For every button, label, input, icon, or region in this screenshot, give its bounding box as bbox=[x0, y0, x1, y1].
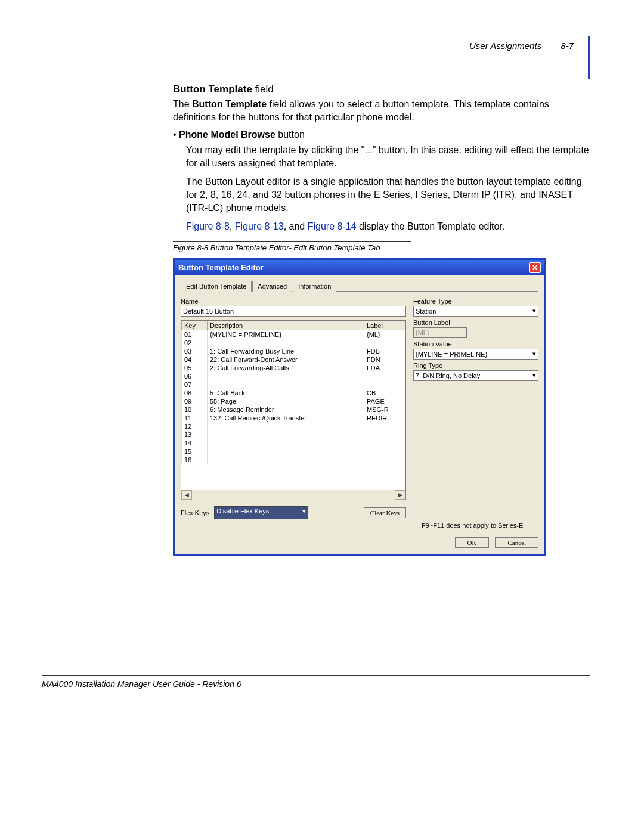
name-label: Name bbox=[181, 298, 406, 305]
cell-description: 55: Page bbox=[208, 397, 364, 405]
cell-label: {ML} bbox=[364, 330, 405, 339]
cell-label: FDN bbox=[364, 355, 405, 364]
cell-label bbox=[364, 380, 405, 389]
station-value-select[interactable]: {MYLINE = PRIMELINE}▾ bbox=[413, 349, 538, 360]
cancel-button[interactable]: Cancel bbox=[495, 537, 538, 548]
ring-type-label: Ring Type bbox=[413, 362, 538, 369]
cell-label bbox=[364, 431, 405, 439]
figure-rule bbox=[173, 241, 411, 242]
table-row[interactable]: 052: Call Forwarding-All CallsFDA bbox=[182, 364, 405, 372]
cell-key: 01 bbox=[182, 330, 208, 339]
table-row[interactable]: 16 bbox=[182, 456, 405, 464]
series-e-note: F9~F11 does not apply to Series-E bbox=[422, 522, 538, 529]
cell-description bbox=[208, 422, 364, 431]
table-row[interactable]: 15 bbox=[182, 447, 405, 456]
cell-label: PAGE bbox=[364, 397, 405, 405]
cell-description bbox=[208, 339, 364, 347]
table-row[interactable]: 02 bbox=[182, 339, 405, 347]
tab-advanced[interactable]: Advanced bbox=[252, 281, 292, 292]
cell-description: 5: Call Back bbox=[208, 389, 364, 397]
cell-label: REDIR bbox=[364, 414, 405, 422]
col-key[interactable]: Key bbox=[182, 321, 208, 330]
button-label-input[interactable] bbox=[413, 327, 467, 338]
tab-information[interactable]: Information bbox=[293, 281, 336, 292]
table-row[interactable]: 07 bbox=[182, 380, 405, 389]
cell-key: 11 bbox=[182, 414, 208, 422]
page-header: User Assignments 8-7 bbox=[469, 36, 590, 79]
cell-key: 06 bbox=[182, 372, 208, 380]
table-row[interactable]: 01{MYLINE = PRIMELINE}{ML} bbox=[182, 330, 405, 339]
table-row[interactable]: 085: Call BackCB bbox=[182, 389, 405, 397]
cell-key: 04 bbox=[182, 355, 208, 364]
cell-description bbox=[208, 456, 364, 464]
tab-edit-button-template[interactable]: Edit Button Template bbox=[181, 281, 252, 292]
col-label[interactable]: Label bbox=[364, 321, 405, 330]
ring-type-select[interactable]: 7: D/N Ring, No Delay▾ bbox=[413, 370, 538, 381]
cell-key: 07 bbox=[182, 380, 208, 389]
cell-label bbox=[364, 339, 405, 347]
cell-description: 22: Call Forward-Dont Answer bbox=[208, 355, 364, 364]
figure-caption: Figure 8-8 Button Template Editor- Edit … bbox=[173, 243, 590, 252]
cell-description bbox=[208, 431, 364, 439]
dialog-tabs: Edit Button Template Advanced Informatio… bbox=[181, 280, 538, 292]
flex-keys-select[interactable]: Disable Flex Keys ▾ bbox=[214, 506, 308, 519]
table-row[interactable]: 06 bbox=[182, 372, 405, 380]
cell-description: 6: Message Reminder bbox=[208, 405, 364, 414]
table-row[interactable]: 14 bbox=[182, 439, 405, 447]
cell-label: CB bbox=[364, 389, 405, 397]
table-row[interactable]: 031: Call Forwarding-Busy LineFDB bbox=[182, 347, 405, 355]
cell-key: 12 bbox=[182, 422, 208, 431]
cell-label bbox=[364, 422, 405, 431]
cell-label: FDA bbox=[364, 364, 405, 372]
ok-button[interactable]: OK bbox=[455, 537, 490, 548]
cell-label: MSG-R bbox=[364, 405, 405, 414]
keys-table[interactable]: Key Description Label 01{MYLINE = PRIMEL… bbox=[181, 320, 406, 500]
header-section: User Assignments bbox=[469, 41, 541, 51]
scroll-left-icon[interactable]: ◀ bbox=[181, 490, 192, 500]
paragraph-4: Figure 8-8, Figure 8-13, and Figure 8-14… bbox=[186, 220, 590, 233]
cell-description: 1: Call Forwarding-Busy Line bbox=[208, 347, 364, 355]
cell-key: 08 bbox=[182, 389, 208, 397]
table-row[interactable]: 0422: Call Forward-Dont AnswerFDN bbox=[182, 355, 405, 364]
col-description[interactable]: Description bbox=[208, 321, 364, 330]
paragraph-2: You may edit the template by clicking th… bbox=[186, 144, 590, 169]
cell-label bbox=[364, 372, 405, 380]
feature-type-select[interactable]: Station▾ bbox=[413, 306, 538, 317]
station-value-label: Station Value bbox=[413, 340, 538, 348]
header-page: 8-7 bbox=[561, 41, 574, 51]
scroll-right-icon[interactable]: ▶ bbox=[395, 490, 405, 500]
flex-keys-label: Flex Keys bbox=[181, 509, 209, 516]
name-input[interactable] bbox=[181, 306, 406, 317]
horizontal-scrollbar[interactable]: ◀ ▶ bbox=[181, 490, 405, 500]
section-title: Button Template field bbox=[173, 83, 590, 95]
dialog-titlebar: Button Template Editor ✕ bbox=[175, 260, 544, 275]
paragraph-3: The Button Layout editor is a single app… bbox=[186, 175, 590, 214]
cell-description bbox=[208, 447, 364, 456]
table-row[interactable]: 0955: PagePAGE bbox=[182, 397, 405, 405]
figure-ref-8-13[interactable]: Figure 8-13 bbox=[235, 221, 284, 231]
cell-description bbox=[208, 372, 364, 380]
close-icon[interactable]: ✕ bbox=[529, 262, 541, 273]
paragraph-1: The Button Template field allows you to … bbox=[173, 98, 590, 123]
dialog-title: Button Template Editor bbox=[178, 263, 264, 272]
table-row[interactable]: 106: Message ReminderMSG-R bbox=[182, 405, 405, 414]
table-row[interactable]: 11132: Call Redirect/Quick TransferREDIR bbox=[182, 414, 405, 422]
cell-key: 09 bbox=[182, 397, 208, 405]
cell-label: FDB bbox=[364, 347, 405, 355]
feature-type-label: Feature Type bbox=[413, 298, 538, 305]
cell-key: 05 bbox=[182, 364, 208, 372]
cell-key: 10 bbox=[182, 405, 208, 414]
table-row[interactable]: 12 bbox=[182, 422, 405, 431]
cell-description bbox=[208, 380, 364, 389]
table-row[interactable]: 13 bbox=[182, 431, 405, 439]
cell-label bbox=[364, 447, 405, 456]
figure-ref-8-8[interactable]: Figure 8-8 bbox=[186, 221, 230, 231]
button-template-editor-dialog: Button Template Editor ✕ Edit Button Tem… bbox=[173, 258, 546, 556]
cell-label bbox=[364, 456, 405, 464]
cell-key: 16 bbox=[182, 456, 208, 464]
clear-keys-button[interactable]: Clear Keys bbox=[364, 507, 406, 518]
cell-key: 13 bbox=[182, 431, 208, 439]
cell-description bbox=[208, 439, 364, 447]
figure-ref-8-14[interactable]: Figure 8-14 bbox=[308, 221, 357, 231]
cell-description: {MYLINE = PRIMELINE} bbox=[208, 330, 364, 339]
